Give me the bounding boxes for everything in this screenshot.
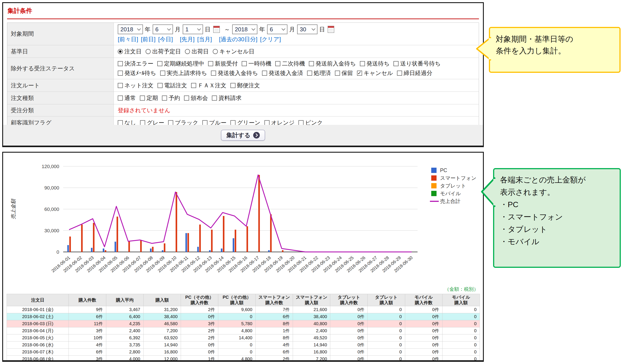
checkbox-option[interactable]: 二次待機 [275, 60, 305, 67]
calendar-icon[interactable] [328, 26, 334, 33]
value-cell: 40,800 [293, 320, 330, 327]
value-cell: 3件 [69, 356, 106, 362]
checkbox-option[interactable]: 実売上請求待ち [160, 69, 207, 77]
option-label: 出荷日 [192, 48, 209, 55]
checkbox-icon [230, 83, 236, 88]
checkbox-option[interactable]: 締日経過分 [397, 69, 432, 77]
chevron-down-icon [167, 27, 171, 31]
radio-option[interactable]: 出荷日 [185, 48, 209, 55]
checkbox-option[interactable]: 送り状番号待ち [394, 60, 441, 67]
value-cell: 6,392 [106, 334, 143, 342]
value-cell: 2件 [181, 306, 218, 313]
checkbox-option[interactable]: 予約 [162, 94, 180, 102]
option-label: 定期 [146, 94, 158, 102]
period-label: 対象期間 [7, 23, 114, 45]
from-day-select[interactable]: 1 [183, 24, 203, 34]
table-row: 2018-06-04 (月)3件2,4007,2002件4,8001件2,400… [7, 327, 480, 334]
aggregate-button-label: 集計する [226, 131, 250, 139]
checkbox-option[interactable]: 頒布会 [184, 94, 208, 102]
checkbox-icon [275, 61, 280, 66]
option-label: ＦＡＸ注文 [198, 82, 226, 89]
to-year-select[interactable]: 2018 [232, 24, 257, 34]
checkbox-option[interactable]: 処理済 [307, 69, 331, 77]
checkbox-option[interactable]: 発送後入金待ち [211, 69, 258, 77]
from-year-select[interactable]: 2018 [118, 24, 143, 34]
to-month-select[interactable]: 6 [267, 24, 288, 34]
value-cell: 6件 [256, 348, 293, 356]
checkbox-option[interactable]: ネット注文 [118, 82, 154, 89]
value-cell: 38,400 [143, 313, 181, 320]
select-value: 6 [155, 26, 158, 33]
checkbox-icon [397, 71, 402, 76]
checkbox-option[interactable]: 発送後入金済 [262, 69, 303, 77]
checkbox-option[interactable]: 発送待ち [360, 60, 390, 67]
radio-option[interactable]: 注文日 [118, 48, 142, 55]
calendar-icon[interactable] [213, 26, 220, 33]
checkbox-option[interactable]: 一時待機 [242, 60, 271, 67]
option-label: 郵便注文 [237, 82, 260, 89]
callout-pointer-left [481, 177, 496, 208]
value-cell: 0 [218, 313, 255, 320]
value-cell: 0 [368, 306, 405, 313]
checkbox-option[interactable]: 発送前入金待ち [309, 60, 356, 67]
form-row-order-route: 注文ルート ネット注文電話注文ＦＡＸ注文郵便注文 [7, 79, 479, 92]
value-cell: 9,600 [218, 306, 255, 313]
value-cell: 2件 [181, 327, 218, 334]
value-cell: 0件 [330, 334, 368, 342]
checkbox-icon [307, 71, 312, 76]
checkbox-option[interactable]: 通常 [118, 94, 136, 102]
checkbox-option[interactable]: 定期 [140, 94, 158, 102]
radio-icon [213, 49, 218, 54]
chevron-down-icon [252, 27, 255, 31]
checkbox-icon [118, 61, 123, 66]
checkbox-option[interactable]: 電話注文 [157, 82, 187, 89]
column-header: スマートフォン 購入件数 [256, 294, 293, 306]
value-cell: 6件 [69, 313, 106, 320]
checkbox-option[interactable]: 郵便注文 [230, 82, 260, 89]
period-value: 2018 年 6 月 1 日 ～ 2018 年 6 月 30 日 [前々日][前… [114, 23, 479, 45]
checkbox-option[interactable]: 新規受付 [208, 60, 238, 67]
submit-band: 集計する [3, 125, 483, 146]
conditions-form: 対象期間 2018 年 6 月 1 日 ～ 2018 年 6 月 30 日 [7, 22, 479, 129]
option-label: 締日経過分 [404, 69, 432, 77]
period-link[interactable]: [前々日] [118, 36, 138, 42]
from-month-select[interactable]: 6 [153, 24, 173, 34]
value-cell: 12,000 [143, 356, 181, 362]
period-link[interactable]: [過去の30日分] [219, 36, 257, 42]
period-link[interactable]: [今日] [158, 36, 173, 42]
radio-option[interactable]: 出荷予定日 [146, 48, 181, 55]
value-cell: 0件 [330, 327, 368, 334]
value-cell: 0 [368, 334, 405, 342]
checkbox-option[interactable]: 発送ﾒｰﾙ待ち [118, 69, 156, 77]
period-link[interactable]: [前日] [141, 36, 155, 42]
value-cell: 2,800 [106, 348, 143, 356]
arrow-right-icon [253, 132, 260, 139]
radio-option[interactable]: キャンセル日 [213, 48, 254, 55]
period-link[interactable]: [先月] [180, 36, 194, 42]
option-label: 送り状番号待ち [400, 60, 441, 67]
checkbox-icon [118, 83, 123, 88]
checkbox-option[interactable]: キャンセル [357, 69, 393, 77]
day-unit: 日 [205, 26, 211, 33]
checkbox-option[interactable]: 資料請求 [212, 94, 242, 102]
checkbox-icon [157, 83, 163, 88]
checkbox-option[interactable]: 決済エラー [118, 60, 153, 67]
value-cell: 14,940 [143, 342, 181, 348]
value-cell: 46,580 [143, 320, 181, 327]
checkbox-option[interactable]: 定期継続処理中 [157, 60, 204, 67]
aggregate-button[interactable]: 集計する [221, 130, 265, 141]
checkbox-option[interactable]: ＦＡＸ注文 [191, 82, 226, 89]
to-day-select[interactable]: 30 [297, 24, 317, 34]
period-link[interactable]: [クリア] [260, 36, 281, 42]
svg-text:120,000: 120,000 [42, 164, 59, 169]
panel-title: 集計条件 [7, 7, 32, 15]
sales-chart: 030,00060,00090,000120,000売上金額2018-06-01… [3, 154, 483, 286]
order-type-options: 通常定期予約頒布会資料請求 [114, 92, 479, 104]
checkbox-icon [202, 120, 207, 125]
radio-icon [146, 49, 151, 54]
checkbox-icon [140, 120, 145, 125]
value-cell: 4,235 [106, 320, 143, 327]
period-link[interactable]: [当月] [197, 36, 212, 42]
checkbox-option[interactable]: 保留 [335, 69, 353, 77]
value-cell: 0 [368, 313, 405, 320]
